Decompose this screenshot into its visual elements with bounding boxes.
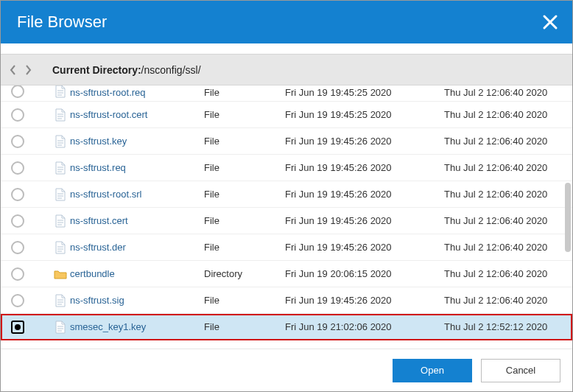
file-created: Fri Jun 19 19:45:26 2020 (285, 242, 444, 253)
row-radio[interactable] (11, 267, 24, 281)
file-modified: Thu Jul 2 12:06:40 2020 (444, 215, 566, 226)
row-radio[interactable] (11, 188, 24, 201)
table-row[interactable]: ns-sftrust.reqFileFri Jun 19 19:45:26 20… (1, 155, 572, 181)
row-radio[interactable] (11, 135, 24, 148)
dialog-footer: Open Cancel (1, 349, 572, 391)
file-modified: Thu Jul 2 12:06:40 2020 (444, 189, 566, 200)
table-row[interactable]: ns-sftrust-root.req File Fri Jun 19 19:4… (1, 85, 572, 102)
file-name: smesec_key1.key (70, 321, 204, 332)
file-name: ns-sftrust.key (70, 136, 204, 147)
cancel-button[interactable]: Cancel (481, 359, 560, 382)
file-type: File (204, 109, 285, 120)
file-icon (51, 321, 70, 334)
file-name: ns-sftrust.sig (70, 295, 204, 306)
file-created: Fri Jun 19 19:45:26 2020 (285, 295, 444, 306)
table-row[interactable]: ns-sftrust.sigFileFri Jun 19 19:45:26 20… (1, 287, 572, 314)
table-row[interactable]: certbundleDirectoryFri Jun 19 20:06:15 2… (1, 261, 572, 287)
file-icon (51, 85, 70, 98)
close-icon[interactable] (541, 13, 559, 31)
file-icon (51, 241, 70, 254)
nav-forward-button[interactable] (23, 63, 33, 77)
row-radio[interactable] (11, 214, 24, 228)
table-row[interactable]: ns-sftrust.keyFileFri Jun 19 19:45:26 20… (1, 128, 572, 155)
file-name: ns-sftrust.cert (70, 215, 204, 226)
file-icon (51, 161, 70, 175)
file-list: ns-sftrust-root.req File Fri Jun 19 19:4… (1, 85, 572, 340)
file-name: ns-sftrust.req (70, 162, 204, 173)
file-name: ns-sftrust.der (70, 242, 204, 253)
file-name: ns-sftrust-root.req (70, 87, 204, 98)
file-name: certbundle (70, 268, 204, 279)
file-modified: Thu Jul 2 12:06:40 2020 (444, 87, 566, 98)
file-icon (51, 108, 70, 122)
row-radio[interactable] (11, 85, 24, 98)
file-created: Fri Jun 19 19:45:26 2020 (285, 189, 444, 200)
file-icon (51, 135, 70, 148)
nav-arrows (8, 63, 33, 77)
row-radio[interactable] (11, 241, 24, 254)
breadcrumb-bar: Current Directory: /nsconfig/ssl/ (1, 54, 572, 85)
table-row[interactable]: ns-sftrust.derFileFri Jun 19 19:45:26 20… (1, 234, 572, 261)
file-modified: Thu Jul 2 12:06:40 2020 (444, 268, 566, 279)
file-created: Fri Jun 19 19:45:26 2020 (285, 162, 444, 173)
file-type: File (204, 321, 285, 332)
titlebar: File Browser (1, 1, 572, 43)
file-created: Fri Jun 19 20:06:15 2020 (285, 268, 444, 279)
file-modified: Thu Jul 2 12:06:40 2020 (444, 109, 566, 120)
row-radio[interactable] (11, 161, 24, 175)
file-modified: Thu Jul 2 12:06:40 2020 (444, 136, 566, 147)
file-type: File (204, 136, 285, 147)
file-created: Fri Jun 19 21:02:06 2020 (285, 321, 444, 332)
file-type: File (204, 162, 285, 173)
file-type: File (204, 87, 285, 98)
file-type: Directory (204, 268, 285, 279)
file-type: File (204, 242, 285, 253)
dialog-title: File Browser (17, 13, 107, 32)
file-created: Fri Jun 19 19:45:26 2020 (285, 136, 444, 147)
table-row[interactable]: ns-sftrust.certFileFri Jun 19 19:45:26 2… (1, 208, 572, 234)
file-type: File (204, 189, 285, 200)
nav-back-button[interactable] (8, 63, 18, 77)
file-name: ns-sftrust-root.srl (70, 189, 204, 200)
file-created: Fri Jun 19 19:45:25 2020 (285, 87, 444, 98)
scrollbar-thumb[interactable] (565, 183, 571, 252)
table-row[interactable]: ns-sftrust-root.certFileFri Jun 19 19:45… (1, 102, 572, 128)
file-modified: Thu Jul 2 12:06:40 2020 (444, 242, 566, 253)
file-icon (51, 214, 70, 228)
table-row[interactable]: smesec_key1.keyFileFri Jun 19 21:02:06 2… (1, 314, 572, 340)
row-radio[interactable] (11, 108, 24, 122)
file-created: Fri Jun 19 19:45:25 2020 (285, 109, 444, 120)
row-radio[interactable] (11, 321, 24, 334)
file-type: File (204, 215, 285, 226)
file-created: Fri Jun 19 19:45:26 2020 (285, 215, 444, 226)
table-row[interactable]: ns-sftrust-root.srlFileFri Jun 19 19:45:… (1, 181, 572, 208)
file-icon (51, 294, 70, 307)
current-directory-path: /nsconfig/ssl/ (141, 64, 201, 76)
current-directory-label: Current Directory: (52, 64, 141, 76)
file-icon (51, 188, 70, 201)
file-modified: Thu Jul 2 12:06:40 2020 (444, 162, 566, 173)
file-type: File (204, 295, 285, 306)
file-name: ns-sftrust-root.cert (70, 109, 204, 120)
file-modified: Thu Jul 2 12:06:40 2020 (444, 295, 566, 306)
file-modified: Thu Jul 2 12:52:12 2020 (444, 321, 566, 332)
row-radio[interactable] (11, 294, 24, 307)
open-button[interactable]: Open (393, 359, 472, 382)
folder-icon (51, 269, 70, 279)
